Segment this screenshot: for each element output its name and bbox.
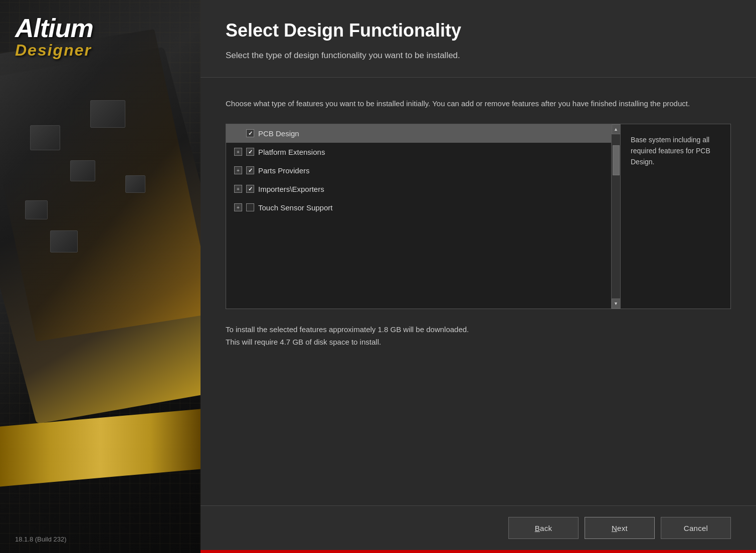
checkbox-platform-extensions[interactable]	[246, 148, 254, 156]
logo-area: Altium Designer	[15, 15, 93, 60]
feature-label-platform-extensions: Platform Extensions	[258, 148, 325, 156]
install-info-line2: This will require 4.7 GB of disk space t…	[226, 336, 731, 349]
next-label: Next	[612, 524, 628, 532]
page-subtitle: Select the type of design functionality …	[226, 49, 731, 62]
red-accent-bar	[201, 550, 756, 553]
description-text: Choose what type of features you want to…	[226, 98, 731, 110]
footer-info: To install the selected features approxi…	[226, 323, 731, 349]
scrollbar-track[interactable]: ▲ ▼	[611, 124, 620, 309]
checkbox-importers-exporters[interactable]	[246, 185, 254, 193]
feature-item-touch-sensor-support[interactable]: + Touch Sensor Support	[226, 198, 611, 217]
left-panel: Altium Designer 18.1.8 (Build 232)	[0, 0, 201, 553]
chip-3	[90, 100, 125, 128]
scroll-down-button[interactable]: ▼	[612, 299, 621, 309]
feature-item-parts-providers[interactable]: + Parts Providers	[226, 161, 611, 180]
chip-4	[25, 200, 48, 219]
version-text: 18.1.8 (Build 232)	[15, 535, 67, 543]
expand-touch-sensor-support[interactable]: +	[234, 203, 242, 211]
feature-description-text: Base system including all required featu…	[631, 136, 710, 166]
checkbox-touch-sensor-support[interactable]	[246, 203, 254, 211]
scroll-up-button[interactable]: ▲	[612, 124, 621, 134]
chip-2	[70, 160, 95, 181]
feature-item-platform-extensions[interactable]: + Platform Extensions	[226, 143, 611, 161]
logo-altium: Altium	[15, 15, 93, 41]
header-section: Select Design Functionality Select the t…	[201, 0, 756, 78]
feature-list: PCB Design + Platform Extensions + Parts…	[226, 124, 611, 309]
feature-label-importers-exporters: Importers\Exporters	[258, 185, 324, 193]
scroll-thumb-area[interactable]	[612, 134, 620, 299]
cancel-label: Cancel	[684, 524, 708, 532]
right-panel: Select Design Functionality Select the t…	[201, 0, 756, 553]
feature-area: PCB Design + Platform Extensions + Parts…	[226, 124, 731, 309]
install-info-line1: To install the selected features approxi…	[226, 323, 731, 336]
main-content: Choose what type of features you want to…	[201, 78, 756, 506]
checkbox-parts-providers[interactable]	[246, 166, 254, 174]
feature-label-parts-providers: Parts Providers	[258, 166, 310, 175]
feature-item-importers-exporters[interactable]: + Importers\Exporters	[226, 180, 611, 198]
chip-1	[30, 125, 60, 150]
page-title: Select Design Functionality	[226, 20, 731, 41]
expand-importers-exporters[interactable]: +	[234, 185, 242, 193]
feature-item-pcb-design[interactable]: PCB Design	[226, 124, 611, 143]
scroll-thumb[interactable]	[613, 145, 620, 175]
feature-label-touch-sensor-support: Touch Sensor Support	[258, 203, 332, 212]
next-button[interactable]: Next	[585, 517, 655, 539]
expand-platform-extensions[interactable]: +	[234, 148, 242, 156]
checkbox-pcb-design[interactable]	[246, 129, 254, 137]
description-panel: Base system including all required featu…	[620, 124, 730, 309]
back-label: Back	[535, 524, 552, 532]
chip-6	[125, 175, 145, 193]
logo-designer: Designer	[15, 41, 93, 60]
bottom-bar: Back Next Cancel	[201, 505, 756, 550]
chip-5	[50, 230, 78, 252]
cancel-button[interactable]: Cancel	[661, 517, 731, 539]
back-button[interactable]: Back	[508, 517, 579, 539]
expand-parts-providers[interactable]: +	[234, 166, 242, 174]
feature-label-pcb-design: PCB Design	[258, 129, 299, 138]
